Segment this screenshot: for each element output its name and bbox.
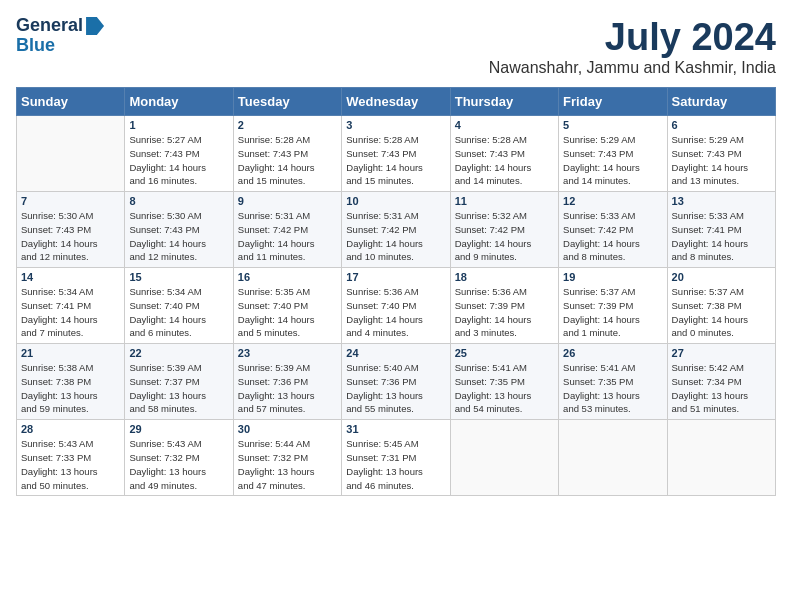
logo: General Blue xyxy=(16,16,104,56)
calendar-cell: 6Sunrise: 5:29 AMSunset: 7:43 PMDaylight… xyxy=(667,116,775,192)
day-info: Sunrise: 5:32 AMSunset: 7:42 PMDaylight:… xyxy=(455,209,554,264)
day-info: Sunrise: 5:29 AMSunset: 7:43 PMDaylight:… xyxy=(672,133,771,188)
day-number: 29 xyxy=(129,423,228,435)
logo-blue-text: Blue xyxy=(16,36,104,56)
day-info: Sunrise: 5:43 AMSunset: 7:32 PMDaylight:… xyxy=(129,437,228,492)
calendar-cell: 27Sunrise: 5:42 AMSunset: 7:34 PMDayligh… xyxy=(667,344,775,420)
day-number: 6 xyxy=(672,119,771,131)
calendar-cell: 30Sunrise: 5:44 AMSunset: 7:32 PMDayligh… xyxy=(233,420,341,496)
calendar-cell: 4Sunrise: 5:28 AMSunset: 7:43 PMDaylight… xyxy=(450,116,558,192)
day-number: 26 xyxy=(563,347,662,359)
calendar-cell: 11Sunrise: 5:32 AMSunset: 7:42 PMDayligh… xyxy=(450,192,558,268)
day-number: 13 xyxy=(672,195,771,207)
col-header-sunday: Sunday xyxy=(17,88,125,116)
day-number: 12 xyxy=(563,195,662,207)
day-info: Sunrise: 5:31 AMSunset: 7:42 PMDaylight:… xyxy=(346,209,445,264)
day-info: Sunrise: 5:36 AMSunset: 7:40 PMDaylight:… xyxy=(346,285,445,340)
day-number: 10 xyxy=(346,195,445,207)
day-info: Sunrise: 5:39 AMSunset: 7:37 PMDaylight:… xyxy=(129,361,228,416)
day-number: 14 xyxy=(21,271,120,283)
day-info: Sunrise: 5:33 AMSunset: 7:41 PMDaylight:… xyxy=(672,209,771,264)
day-info: Sunrise: 5:42 AMSunset: 7:34 PMDaylight:… xyxy=(672,361,771,416)
calendar-cell: 15Sunrise: 5:34 AMSunset: 7:40 PMDayligh… xyxy=(125,268,233,344)
calendar-cell: 14Sunrise: 5:34 AMSunset: 7:41 PMDayligh… xyxy=(17,268,125,344)
day-number: 17 xyxy=(346,271,445,283)
calendar-cell: 29Sunrise: 5:43 AMSunset: 7:32 PMDayligh… xyxy=(125,420,233,496)
day-number: 28 xyxy=(21,423,120,435)
calendar-cell: 21Sunrise: 5:38 AMSunset: 7:38 PMDayligh… xyxy=(17,344,125,420)
calendar-cell: 19Sunrise: 5:37 AMSunset: 7:39 PMDayligh… xyxy=(559,268,667,344)
day-info: Sunrise: 5:27 AMSunset: 7:43 PMDaylight:… xyxy=(129,133,228,188)
day-info: Sunrise: 5:28 AMSunset: 7:43 PMDaylight:… xyxy=(238,133,337,188)
page-title: July 2024 xyxy=(489,16,776,59)
day-info: Sunrise: 5:35 AMSunset: 7:40 PMDaylight:… xyxy=(238,285,337,340)
day-number: 1 xyxy=(129,119,228,131)
calendar-table: SundayMondayTuesdayWednesdayThursdayFrid… xyxy=(16,87,776,496)
calendar-cell: 1Sunrise: 5:27 AMSunset: 7:43 PMDaylight… xyxy=(125,116,233,192)
day-number: 5 xyxy=(563,119,662,131)
page-header: General Blue July 2024 Nawanshahr, Jammu… xyxy=(16,16,776,77)
day-info: Sunrise: 5:30 AMSunset: 7:43 PMDaylight:… xyxy=(21,209,120,264)
calendar-cell: 26Sunrise: 5:41 AMSunset: 7:35 PMDayligh… xyxy=(559,344,667,420)
day-number: 2 xyxy=(238,119,337,131)
day-info: Sunrise: 5:44 AMSunset: 7:32 PMDaylight:… xyxy=(238,437,337,492)
day-number: 19 xyxy=(563,271,662,283)
day-info: Sunrise: 5:38 AMSunset: 7:38 PMDaylight:… xyxy=(21,361,120,416)
day-info: Sunrise: 5:45 AMSunset: 7:31 PMDaylight:… xyxy=(346,437,445,492)
calendar-cell: 20Sunrise: 5:37 AMSunset: 7:38 PMDayligh… xyxy=(667,268,775,344)
day-info: Sunrise: 5:34 AMSunset: 7:40 PMDaylight:… xyxy=(129,285,228,340)
day-number: 18 xyxy=(455,271,554,283)
calendar-cell: 23Sunrise: 5:39 AMSunset: 7:36 PMDayligh… xyxy=(233,344,341,420)
calendar-cell: 24Sunrise: 5:40 AMSunset: 7:36 PMDayligh… xyxy=(342,344,450,420)
day-info: Sunrise: 5:33 AMSunset: 7:42 PMDaylight:… xyxy=(563,209,662,264)
calendar-cell: 9Sunrise: 5:31 AMSunset: 7:42 PMDaylight… xyxy=(233,192,341,268)
day-info: Sunrise: 5:28 AMSunset: 7:43 PMDaylight:… xyxy=(346,133,445,188)
col-header-wednesday: Wednesday xyxy=(342,88,450,116)
calendar-cell: 22Sunrise: 5:39 AMSunset: 7:37 PMDayligh… xyxy=(125,344,233,420)
day-number: 25 xyxy=(455,347,554,359)
calendar-cell: 12Sunrise: 5:33 AMSunset: 7:42 PMDayligh… xyxy=(559,192,667,268)
logo-general-text: General xyxy=(16,16,83,36)
day-number: 4 xyxy=(455,119,554,131)
day-number: 23 xyxy=(238,347,337,359)
col-header-friday: Friday xyxy=(559,88,667,116)
day-info: Sunrise: 5:29 AMSunset: 7:43 PMDaylight:… xyxy=(563,133,662,188)
calendar-cell: 8Sunrise: 5:30 AMSunset: 7:43 PMDaylight… xyxy=(125,192,233,268)
calendar-cell: 25Sunrise: 5:41 AMSunset: 7:35 PMDayligh… xyxy=(450,344,558,420)
col-header-tuesday: Tuesday xyxy=(233,88,341,116)
day-number: 27 xyxy=(672,347,771,359)
day-info: Sunrise: 5:41 AMSunset: 7:35 PMDaylight:… xyxy=(455,361,554,416)
day-info: Sunrise: 5:39 AMSunset: 7:36 PMDaylight:… xyxy=(238,361,337,416)
calendar-cell: 17Sunrise: 5:36 AMSunset: 7:40 PMDayligh… xyxy=(342,268,450,344)
calendar-cell: 18Sunrise: 5:36 AMSunset: 7:39 PMDayligh… xyxy=(450,268,558,344)
day-number: 16 xyxy=(238,271,337,283)
title-block: July 2024 Nawanshahr, Jammu and Kashmir,… xyxy=(489,16,776,77)
day-info: Sunrise: 5:30 AMSunset: 7:43 PMDaylight:… xyxy=(129,209,228,264)
calendar-cell: 16Sunrise: 5:35 AMSunset: 7:40 PMDayligh… xyxy=(233,268,341,344)
calendar-cell: 13Sunrise: 5:33 AMSunset: 7:41 PMDayligh… xyxy=(667,192,775,268)
day-info: Sunrise: 5:41 AMSunset: 7:35 PMDaylight:… xyxy=(563,361,662,416)
day-number: 3 xyxy=(346,119,445,131)
calendar-cell: 2Sunrise: 5:28 AMSunset: 7:43 PMDaylight… xyxy=(233,116,341,192)
page-subtitle: Nawanshahr, Jammu and Kashmir, India xyxy=(489,59,776,77)
day-info: Sunrise: 5:31 AMSunset: 7:42 PMDaylight:… xyxy=(238,209,337,264)
day-number: 22 xyxy=(129,347,228,359)
logo-icon xyxy=(86,17,104,35)
day-number: 11 xyxy=(455,195,554,207)
day-number: 20 xyxy=(672,271,771,283)
calendar-cell xyxy=(559,420,667,496)
day-number: 7 xyxy=(21,195,120,207)
calendar-cell: 3Sunrise: 5:28 AMSunset: 7:43 PMDaylight… xyxy=(342,116,450,192)
day-info: Sunrise: 5:37 AMSunset: 7:38 PMDaylight:… xyxy=(672,285,771,340)
day-number: 31 xyxy=(346,423,445,435)
day-info: Sunrise: 5:43 AMSunset: 7:33 PMDaylight:… xyxy=(21,437,120,492)
day-number: 24 xyxy=(346,347,445,359)
day-number: 9 xyxy=(238,195,337,207)
calendar-cell: 5Sunrise: 5:29 AMSunset: 7:43 PMDaylight… xyxy=(559,116,667,192)
day-number: 21 xyxy=(21,347,120,359)
col-header-saturday: Saturday xyxy=(667,88,775,116)
day-info: Sunrise: 5:28 AMSunset: 7:43 PMDaylight:… xyxy=(455,133,554,188)
day-info: Sunrise: 5:34 AMSunset: 7:41 PMDaylight:… xyxy=(21,285,120,340)
calendar-cell: 10Sunrise: 5:31 AMSunset: 7:42 PMDayligh… xyxy=(342,192,450,268)
day-info: Sunrise: 5:36 AMSunset: 7:39 PMDaylight:… xyxy=(455,285,554,340)
